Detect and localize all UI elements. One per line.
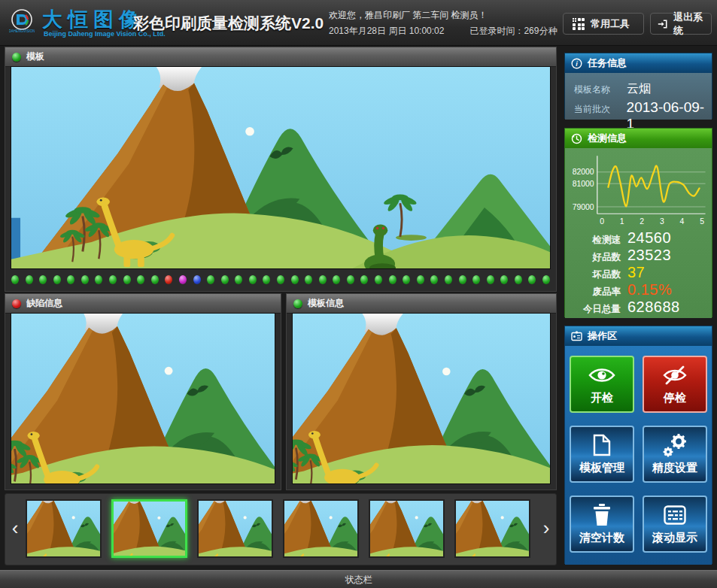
stat-label: 检测速 [571, 234, 621, 247]
indicator-dot [165, 275, 172, 284]
detect-info-title: 检测信息 [588, 132, 627, 145]
task-row-template-name: 模板名称 云烟 [574, 81, 712, 97]
scroll-display-button[interactable]: 滚动显示 [643, 496, 707, 553]
stat-row: 废品率 0.15% [565, 281, 712, 299]
indicator-dot [445, 275, 452, 284]
indicator-dot [472, 275, 480, 284]
defect-info-panel: 缺陷信息 [5, 293, 281, 490]
stat-label: 好品数 [571, 251, 621, 264]
indicator-dot [305, 275, 312, 284]
operations-header: 操作区 [565, 326, 712, 346]
template-manage-label: 模板管理 [579, 461, 624, 475]
template-info-panel-title: 模板信息 [308, 297, 344, 310]
template-info-image [293, 314, 550, 483]
filmstrip-thumbnail[interactable] [283, 499, 359, 558]
template-info-panel-header: 模板信息 [287, 294, 556, 314]
svg-text:DAHENGVISION: DAHENGVISION [9, 29, 35, 33]
template-image-area[interactable] [11, 66, 551, 269]
detect-info-header: 检测信息 [565, 129, 712, 148]
filmstrip-thumbnail[interactable] [454, 499, 530, 558]
filmstrip-thumbnail[interactable] [26, 499, 102, 558]
indicator-dot [542, 275, 550, 284]
stop-inspection-button[interactable]: 停检 [643, 356, 707, 413]
defect-panel-title: 缺陷信息 [26, 297, 62, 310]
indicator-dot [221, 275, 229, 284]
stat-value: 23523 [627, 247, 671, 264]
indicator-dot [277, 275, 284, 284]
indicator-dot [360, 275, 368, 284]
indicator-dot [528, 275, 536, 284]
start-inspection-button[interactable]: 开检 [570, 356, 634, 413]
indicator-dot [515, 275, 522, 284]
common-tools-button[interactable]: 常用工具 [563, 13, 644, 35]
template-info-panel: 模板信息 [286, 293, 557, 490]
header-bar: DAHENGVISION 大恒图像 Beijing Daheng Image V… [0, 0, 717, 46]
filmstrip-thumbnail[interactable] [369, 499, 445, 558]
template-status-light [12, 53, 21, 62]
indicator-dot [151, 275, 159, 284]
clear-count-button[interactable]: 清空计数 [570, 496, 634, 553]
operations-body: 开检 停检 模板管 [565, 346, 712, 565]
indicator-dot [53, 275, 61, 284]
detect-info-body: 820008100079000012345 检测速 24560 好品数 2352… [565, 148, 712, 318]
session-text: 已登录时间：269分种 [469, 25, 557, 38]
indicator-dot [95, 275, 102, 284]
filmstrip-panel: ‹ › [5, 493, 557, 565]
detect-stats: 检测速 24560 好品数 23523 坏品数 37 废品率 0.15% 今日总… [565, 229, 712, 316]
stat-value: 628688 [627, 299, 680, 316]
precision-settings-button[interactable]: 精度设置 [643, 426, 707, 483]
template-manage-button[interactable]: 模板管理 [570, 426, 634, 483]
indicator-dots [11, 271, 550, 289]
clear-count-label: 清空计数 [579, 531, 624, 545]
indicator-dot [249, 275, 257, 284]
svg-text:5: 5 [700, 217, 704, 226]
indicator-dot [67, 275, 74, 284]
start-inspection-label: 开检 [591, 391, 613, 405]
filmstrip-thumbnails [26, 499, 530, 558]
badge-icon [571, 331, 582, 341]
document-icon [592, 433, 612, 457]
indicator-dot [39, 275, 47, 284]
template-info-image-area[interactable] [292, 313, 551, 484]
defect-image-area[interactable] [11, 313, 275, 484]
dateline: 2013年月28日 周日 10:00:02 已登录时间：269分种 [329, 25, 557, 38]
scroll-list-icon [664, 503, 686, 527]
filmstrip-thumbnail[interactable] [197, 499, 273, 558]
detect-info-panel: 检测信息 820008100079000012345 检测速 24560 好品数… [564, 128, 712, 317]
svg-text:0: 0 [600, 217, 604, 226]
stat-row: 检测速 24560 [565, 229, 712, 247]
common-tools-label: 常用工具 [591, 17, 630, 31]
template-info-status-light [293, 299, 302, 308]
filmstrip-thumbnail[interactable] [111, 499, 187, 558]
stat-row: 好品数 23523 [565, 247, 712, 264]
eye-off-icon [661, 363, 689, 387]
exit-icon [658, 18, 667, 30]
indicator-dot [459, 275, 466, 284]
indicator-dot [11, 275, 19, 284]
template-panel-title: 模板 [26, 50, 44, 63]
defect-image [11, 314, 275, 483]
stop-inspection-label: 停检 [664, 391, 686, 405]
indicator-dot [417, 275, 424, 284]
svg-text:82000: 82000 [572, 168, 594, 176]
task-info-header: i 任务信息 [565, 53, 712, 73]
indicator-dot [263, 275, 270, 284]
filmstrip-prev-arrow[interactable]: ‹ [8, 515, 22, 541]
svg-text:3: 3 [660, 217, 664, 226]
apps-grid-icon [573, 18, 585, 30]
stat-row: 坏品数 37 [565, 264, 712, 281]
stat-label: 今日总量 [571, 303, 621, 316]
task-info-body: 模板名称 云烟 当前批次 2013-06-09-1 [565, 73, 712, 120]
indicator-dot [500, 275, 508, 284]
filmstrip-next-arrow[interactable]: › [539, 515, 553, 541]
speed-line-chart: 820008100079000012345 [569, 153, 709, 228]
indicator-dot [403, 275, 410, 284]
indicator-dot [487, 275, 494, 284]
operations-title: 操作区 [588, 329, 617, 343]
exit-system-button[interactable]: 退出系统 [650, 13, 712, 35]
indicator-dot [26, 275, 33, 284]
indicator-dot [137, 275, 144, 284]
logo-cn-text: 大恒图像 [42, 6, 144, 33]
task-info-title: 任务信息 [588, 56, 627, 70]
svg-text:1: 1 [619, 217, 624, 226]
